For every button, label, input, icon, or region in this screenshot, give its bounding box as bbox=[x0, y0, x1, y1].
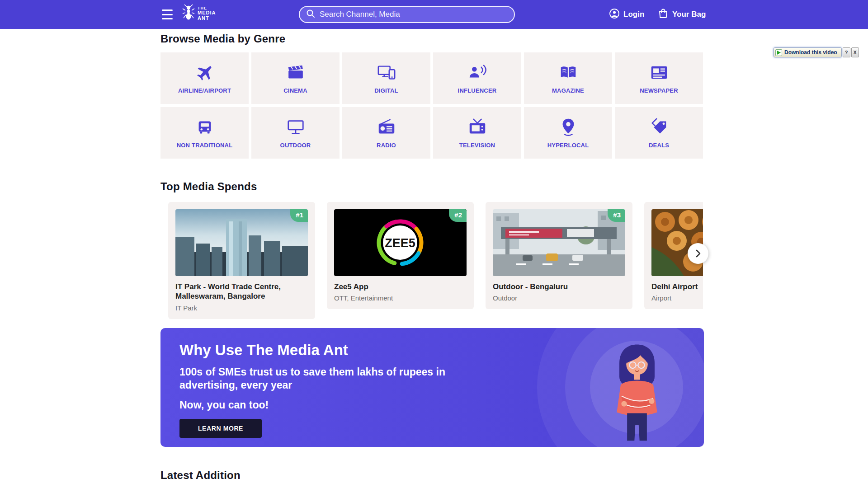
banner-text: 100s of SMEs trust us to save them lakhs… bbox=[179, 366, 464, 392]
media-card-it-park[interactable]: #1 IT Park - World Trade Centre, Mallesw… bbox=[168, 202, 315, 319]
magazine-icon bbox=[558, 62, 579, 83]
media-card-subtitle: Outdoor bbox=[493, 294, 625, 302]
card-image-zee5-logo: ZEE5 #2 bbox=[334, 209, 467, 276]
banner-text-2: Now, you can too! bbox=[179, 399, 464, 411]
clapperboard-icon bbox=[285, 62, 306, 83]
tv-icon bbox=[467, 117, 488, 138]
genre-label: NEWSPAPER bbox=[637, 87, 681, 94]
search-icon bbox=[306, 9, 315, 20]
carousel-track: #1 IT Park - World Trade Centre, Mallesw… bbox=[160, 202, 703, 319]
airplane-icon bbox=[194, 62, 215, 83]
chevron-right-icon bbox=[694, 249, 702, 258]
card-image-sweets bbox=[651, 209, 703, 276]
hamburger-menu-icon[interactable] bbox=[162, 9, 173, 19]
login-button[interactable]: Login bbox=[609, 0, 644, 29]
ant-icon bbox=[182, 4, 195, 23]
woman-illustration bbox=[603, 338, 671, 447]
genre-card-influencer[interactable]: INFLUENCER bbox=[433, 52, 521, 104]
download-video-overlay: Download this video ? X bbox=[774, 47, 859, 57]
media-card-zee5[interactable]: ZEE5 #2 Zee5 App OTT, Entertainment bbox=[327, 202, 474, 309]
genres-section-title: Browse Media by Genre bbox=[160, 33, 285, 45]
user-icon bbox=[609, 8, 620, 21]
genre-card-cinema[interactable]: CINEMA bbox=[251, 52, 340, 104]
genre-card-radio[interactable]: RADIO bbox=[342, 107, 430, 159]
carousel-viewport: #1 IT Park - World Trade Centre, Mallesw… bbox=[160, 202, 703, 319]
vehicle-icon bbox=[194, 117, 215, 138]
genre-label: MAGAZINE bbox=[549, 87, 587, 94]
overlay-close-button[interactable]: X bbox=[851, 47, 859, 57]
genre-card-deals[interactable]: DEALS bbox=[615, 107, 703, 159]
promo-banner: Why Use The Media Ant 100s of SMEs trust… bbox=[160, 328, 704, 447]
media-card-subtitle: Airport bbox=[651, 294, 703, 302]
learn-more-button[interactable]: LEARN MORE bbox=[179, 419, 262, 438]
genre-grid: AIRLINE/AIRPORT CINEMA DI bbox=[160, 52, 703, 159]
login-label: Login bbox=[623, 10, 644, 19]
carousel-next-button[interactable] bbox=[688, 243, 708, 264]
download-video-label: Download this video bbox=[784, 49, 837, 56]
brand-logo-text: THE MEDIA ANT bbox=[198, 6, 216, 21]
genre-card-airline-airport[interactable]: AIRLINE/AIRPORT bbox=[160, 52, 249, 104]
genre-label: TELEVISION bbox=[457, 142, 498, 149]
your-bag-button[interactable]: Your Bag bbox=[658, 0, 706, 29]
genre-label: CINEMA bbox=[281, 87, 310, 94]
rank-badge: #1 bbox=[290, 209, 308, 222]
genre-card-newspaper[interactable]: NEWSPAPER bbox=[615, 52, 703, 104]
svg-text:ZEE5: ZEE5 bbox=[385, 236, 415, 250]
genre-card-digital[interactable]: DIGITAL bbox=[342, 52, 430, 104]
brand-logo[interactable]: THE MEDIA ANT bbox=[182, 4, 216, 23]
genre-label: RADIO bbox=[374, 142, 399, 149]
bag-label: Your Bag bbox=[672, 10, 706, 19]
radio-icon bbox=[376, 117, 397, 138]
top-navbar: THE MEDIA ANT Login bbox=[0, 0, 868, 29]
rank-badge: #2 bbox=[449, 209, 467, 222]
newspaper-icon bbox=[649, 62, 670, 83]
rank-badge: #3 bbox=[608, 209, 625, 222]
genre-card-magazine[interactable]: MAGAZINE bbox=[524, 52, 612, 104]
media-card-subtitle: OTT, Entertainment bbox=[334, 294, 467, 302]
download-video-button[interactable]: Download this video bbox=[774, 47, 842, 57]
genre-label: DIGITAL bbox=[372, 87, 401, 94]
card-image-cityscape: #1 bbox=[175, 209, 308, 276]
top-media-section-title: Top Media Spends bbox=[160, 180, 257, 193]
media-card-subtitle: IT Park bbox=[175, 304, 308, 312]
search-bar[interactable] bbox=[299, 6, 515, 23]
media-card-outdoor-bengaluru[interactable]: #3 Outdoor - Bengaluru Outdoor bbox=[486, 202, 632, 309]
media-card-title: IT Park - World Trade Centre, Malleswara… bbox=[175, 282, 308, 301]
shopping-bag-icon bbox=[658, 8, 669, 21]
genre-label: NON TRADITIONAL bbox=[174, 142, 236, 149]
monitor-phone-icon bbox=[376, 62, 397, 83]
latest-addition-section-title: Latest Addition bbox=[160, 469, 241, 482]
tags-icon bbox=[649, 117, 670, 138]
media-card-title: Delhi Airport bbox=[651, 282, 703, 291]
genre-card-outdoor[interactable]: OUTDOOR bbox=[251, 107, 340, 159]
search-input[interactable] bbox=[320, 10, 508, 19]
overlay-help-button[interactable]: ? bbox=[843, 47, 850, 57]
genre-label: DEALS bbox=[646, 142, 672, 149]
genre-card-hyperlocal[interactable]: HYPERLOCAL bbox=[524, 107, 612, 159]
top-media-carousel: #1 IT Park - World Trade Centre, Mallesw… bbox=[160, 202, 703, 319]
genre-card-non-traditional[interactable]: NON TRADITIONAL bbox=[160, 107, 249, 159]
genre-label: INFLUENCER bbox=[455, 87, 500, 94]
page: THE MEDIA ANT Login bbox=[0, 0, 868, 488]
media-card-title: Zee5 App bbox=[334, 282, 467, 291]
card-image-street-billboard: #3 bbox=[493, 209, 625, 276]
billboard-icon bbox=[285, 117, 306, 138]
banner-title: Why Use The Media Ant bbox=[179, 342, 464, 359]
influencer-icon bbox=[467, 62, 488, 83]
genre-label: OUTDOOR bbox=[278, 142, 314, 149]
media-card-title: Outdoor - Bengaluru bbox=[493, 282, 625, 291]
genre-label: HYPERLOCAL bbox=[545, 142, 592, 149]
genre-card-television[interactable]: TELEVISION bbox=[433, 107, 521, 159]
play-icon bbox=[775, 49, 782, 56]
location-pin-icon bbox=[558, 117, 579, 138]
genre-label: AIRLINE/AIRPORT bbox=[175, 87, 234, 94]
